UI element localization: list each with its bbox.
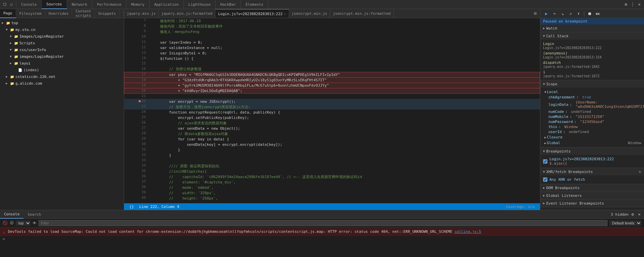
- console-cursor-row[interactable]: >: [0, 236, 644, 242]
- hidden-count[interactable]: 3 hidden: [611, 212, 629, 217]
- tree-item[interactable]: ▶📁g.alicdn.com: [0, 80, 124, 87]
- xhr-breakpoints-section: ▼ XHR/fetch Breakpoints + Any XHR or fet…: [540, 168, 644, 184]
- step-into-btn[interactable]: ↘: [559, 10, 566, 17]
- scope-arrow: ▼: [543, 82, 545, 86]
- event-label: Event Listener Breakpoints: [546, 201, 604, 206]
- secondary-tab-page[interactable]: Page: [0, 9, 16, 18]
- breakpoint-dot[interactable]: ●: [139, 99, 141, 103]
- console-filter-input[interactable]: [39, 220, 607, 226]
- top-tab-network[interactable]: Network: [67, 0, 92, 9]
- top-tab-hackbar[interactable]: HackBar: [216, 0, 241, 9]
- xhr-breakpoints-header[interactable]: ▼ XHR/fetch Breakpoints +: [540, 168, 644, 175]
- line-col-indicator: Line 222, Column 9: [137, 205, 182, 209]
- xhr-add-btn[interactable]: +: [639, 169, 641, 174]
- bottom-panel: Console Search 3 hidden ⚙ ✕ 🚫 ⦿ top 👁 De…: [0, 210, 644, 257]
- file-format-icon[interactable]: ⊡: [533, 11, 538, 16]
- console-tab[interactable]: Console: [0, 210, 23, 219]
- xhr-bp-checkbox[interactable]: [543, 177, 547, 182]
- top-tab-performance[interactable]: Performance: [92, 0, 126, 9]
- line-number: 7: [124, 18, 150, 24]
- tree-item[interactable]: ▼📁css/userInfo: [0, 46, 124, 53]
- console-levels-selector[interactable]: Default levels: [609, 220, 641, 226]
- clear-console-icon[interactable]: 🚫: [3, 221, 8, 225]
- callstack-item[interactable]: dispatchjquery.min.js:formatted:1842: [540, 60, 644, 69]
- tree-item[interactable]: ▼📁Images/LoginRegister: [0, 33, 124, 40]
- scope-item: numMobile: "15133171250": [540, 114, 644, 119]
- file-tab[interactable]: jquery.min.js: [124, 9, 159, 18]
- tree-item[interactable]: ▶📁cstaticcdn.126.net: [0, 73, 124, 80]
- step-over-btn[interactable]: ↷: [551, 10, 558, 17]
- coverage-indicator: Coverage: n/a: [503, 205, 537, 209]
- line-content: 修改人：mengzhufeng: [150, 29, 540, 34]
- breakpoint-item[interactable]: Login.js?v=20230828203013:222$.ajax({: [540, 156, 644, 166]
- breakpoints-header[interactable]: ▼ Breakpoints: [540, 147, 644, 155]
- top-tab-console[interactable]: Console: [16, 0, 42, 9]
- code-line-row: 27 var sendData = new Object();: [124, 126, 540, 131]
- scope-value: undefined: [569, 130, 589, 134]
- callstack-item[interactable]: (anonymous)Login.js?v=20230828203013:154: [540, 50, 644, 60]
- callstack-label: Call Stack: [546, 34, 568, 38]
- xhr-breakpoint-item[interactable]: Any XHR or fetch: [540, 177, 644, 182]
- code-line-row: 9 修改人：mengzhufeng: [124, 29, 540, 34]
- inspect-icon[interactable]: ⬡: [2, 2, 7, 7]
- search-tab[interactable]: Search: [23, 210, 45, 219]
- tree-item[interactable]: ▶📁layui: [0, 60, 124, 67]
- device-icon[interactable]: ☐: [9, 2, 14, 7]
- close-devtools-icon[interactable]: ✕: [637, 2, 642, 7]
- top-tab-memory[interactable]: Memory: [126, 0, 150, 9]
- file-tab[interactable]: jsencrypt.min.js:formatted: [330, 9, 393, 18]
- callstack-func-name: i: [543, 70, 641, 74]
- scope-colon: :: [574, 120, 579, 124]
- format-icon-btn[interactable]: {}: [127, 205, 137, 209]
- top-tab-application[interactable]: Application: [150, 0, 184, 9]
- callstack-func-name: dispatch: [543, 60, 641, 65]
- callstack-item[interactable]: ijquery.min.js:formatted:1672: [540, 69, 644, 79]
- file-tab-close[interactable]: ✕: [284, 12, 286, 16]
- file-tabs-actions: ⊡: [531, 9, 540, 18]
- callstack-item[interactable]: LoginLogin.js?v=20230828203013:222: [540, 41, 644, 50]
- tree-item[interactable]: 📄(index): [0, 67, 124, 73]
- top-tab-elements[interactable]: Elements: [241, 0, 268, 9]
- secondary-tab-overrides[interactable]: Overrides: [45, 9, 72, 18]
- console-close-icon[interactable]: ✕: [637, 212, 642, 217]
- code-editor[interactable]: 7 修改时间：2017-06-198 修改内容：添加了文本框回车触发事件9 修改…: [124, 18, 540, 203]
- watch-header[interactable]: ▶ Watch: [540, 25, 644, 32]
- dom-breakpoints-header[interactable]: ▶ DOM Breakpoints: [540, 184, 644, 191]
- line-number: 12: [124, 45, 150, 50]
- code-line-row: 23 // 加密方法，使用jsencrypt类实现加js方法:: [124, 104, 540, 110]
- pause-exceptions-btn[interactable]: ⏭: [594, 10, 601, 17]
- tree-item[interactable]: ▼📁images/LoginRegister: [0, 53, 124, 60]
- file-tab[interactable]: Login.js?v=20230828203013:222✕: [215, 9, 289, 18]
- secondary-tab-snippets[interactable]: Snippets: [95, 9, 120, 18]
- file-tab[interactable]: jsencrypt.min.js: [289, 9, 330, 18]
- console-pause-icon[interactable]: ⦿: [10, 221, 14, 225]
- callstack-header[interactable]: ▼ Call Stack: [540, 32, 644, 40]
- bp-checkbox[interactable]: [543, 159, 547, 164]
- step-btn[interactable]: ⬆: [575, 10, 582, 17]
- more-icon[interactable]: ⋮: [630, 2, 635, 7]
- scope-header[interactable]: ▼ Scope: [540, 80, 644, 88]
- line-number: 40: [124, 196, 150, 201]
- error-file-link[interactable]: collina.js:5: [454, 229, 481, 234]
- scope-global-group[interactable]: ▶GlobalWindow: [540, 140, 644, 146]
- tree-item[interactable]: ▼📁my.sto.cn: [0, 26, 124, 33]
- event-listener-header[interactable]: ▶ Event Listener Breakpoints: [540, 200, 644, 207]
- code-line-row: 14 $(function () {: [124, 56, 540, 61]
- eye-icon[interactable]: 👁: [33, 221, 37, 225]
- step-out-btn[interactable]: ↗: [567, 10, 574, 17]
- scope-local-group[interactable]: ▼Local: [540, 89, 644, 95]
- tree-item[interactable]: ▶📁top: [0, 19, 124, 26]
- file-tab[interactable]: jquery.min.js:formatted: [159, 9, 215, 18]
- console-settings-icon[interactable]: ⚙: [630, 212, 635, 217]
- resume-btn[interactable]: ▶: [543, 10, 550, 17]
- console-context-selector[interactable]: top: [16, 220, 31, 226]
- global-listeners-header[interactable]: ▶ Global Listeners: [540, 192, 644, 199]
- settings-icon[interactable]: ⚙: [623, 2, 629, 7]
- scope-closure-group[interactable]: ▶Closure: [540, 134, 644, 140]
- deactivate-breakpoints-btn[interactable]: ⏺: [586, 10, 593, 17]
- top-tab-sources[interactable]: Sources: [42, 0, 67, 9]
- top-tab-lighthouse[interactable]: Lighthouse: [184, 0, 216, 9]
- secondary-tab-filesystem[interactable]: Filesystem: [16, 9, 45, 18]
- secondary-tab-content-scripts[interactable]: Content scripts: [72, 9, 95, 18]
- tree-item[interactable]: ▶📁Scripts: [0, 40, 124, 46]
